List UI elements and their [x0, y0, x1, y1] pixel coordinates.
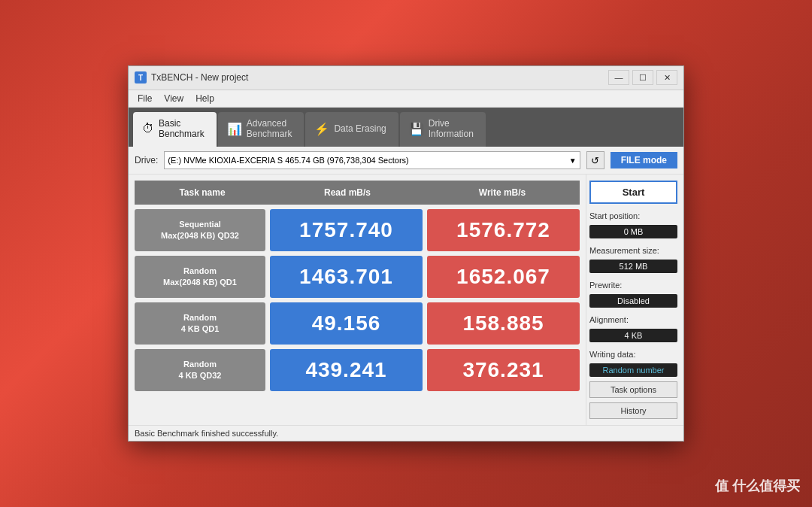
basic-benchmark-icon: ⏱ [142, 122, 154, 135]
benchmark-content: Task name Read mB/s Write mB/s Sequentia… [129, 175, 586, 425]
right-panel: Start Start position: 0 MB Measurement s… [586, 175, 683, 425]
tab-drive-label-line1: Drive [429, 118, 474, 129]
status-text: Basic Benchmark finished successfully. [135, 429, 278, 438]
writing-data-label: Writing data: [589, 350, 677, 359]
tab-advanced-label-line1: Advanced [247, 118, 292, 129]
random-4kb-qd32-read-value: 439.241 [270, 349, 423, 391]
statusbar: Basic Benchmark finished successfully. [129, 425, 683, 441]
task-random-4kb-qd32-label: Random4 KB QD32 [135, 349, 265, 391]
drive-selected-value: (E:) NVMe KIOXIA-EXCERIA S 465.74 GB (97… [168, 156, 408, 165]
tab-basic-label-line1: Basic [159, 118, 205, 129]
measurement-size-value: 512 MB [589, 260, 677, 273]
writing-data-value: Random number [589, 363, 677, 377]
drivebar: Drive: (E:) NVMe KIOXIA-EXCERIA S 465.74… [129, 147, 683, 175]
tab-erasing-label: Data Erasing [334, 123, 386, 134]
task-options-button[interactable]: Task options [589, 381, 677, 398]
menu-view[interactable]: View [158, 92, 189, 105]
window-controls: — ☐ ✕ [608, 70, 677, 85]
header-read: Read mB/s [270, 187, 425, 198]
refresh-icon: ↺ [591, 155, 599, 166]
file-mode-button[interactable]: FILE mode [611, 152, 677, 168]
titlebar: T TxBENCH - New project — ☐ ✕ [129, 66, 683, 90]
tab-basic-label-line2: Benchmark [159, 129, 205, 139]
start-position-label: Start position: [589, 211, 677, 220]
start-position-value: 0 MB [589, 225, 677, 238]
app-window: T TxBENCH - New project — ☐ ✕ File View … [128, 65, 684, 442]
table-row: RandomMax(2048 KB) QD1 1463.701 1652.067 [135, 256, 580, 298]
random-4kb-qd1-read-value: 49.156 [270, 302, 423, 345]
header-write: Write mB/s [425, 187, 580, 198]
tab-advanced-benchmark[interactable]: 📊 Advanced Benchmark [218, 112, 304, 147]
random-4kb-qd1-write-value: 158.885 [427, 302, 580, 345]
task-random-2048-label: RandomMax(2048 KB) QD1 [135, 256, 265, 298]
table-row: Random4 KB QD32 439.241 376.231 [135, 349, 580, 391]
close-button[interactable]: ✕ [656, 70, 677, 85]
menu-help[interactable]: Help [189, 92, 220, 105]
random-4kb-qd32-write-value: 376.231 [427, 349, 580, 391]
menubar: File View Help [129, 90, 683, 108]
table-header: Task name Read mB/s Write mB/s [135, 181, 580, 205]
refresh-button[interactable]: ↺ [586, 151, 604, 169]
tab-advanced-label-line2: Benchmark [247, 129, 292, 139]
random-2048-write-value: 1652.067 [427, 256, 580, 298]
sequential-read-value: 1757.740 [270, 209, 423, 251]
window-title: TxBENCH - New project [151, 72, 608, 83]
app-icon: T [135, 71, 147, 83]
alignment-value: 4 KB [589, 329, 677, 342]
minimize-button[interactable]: — [608, 70, 629, 85]
alignment-label: Alignment: [589, 315, 677, 324]
toolbar: ⏱ Basic Benchmark 📊 Advanced Benchmark ⚡… [129, 108, 683, 147]
main-content: Task name Read mB/s Write mB/s Sequentia… [129, 175, 683, 425]
data-erasing-icon: ⚡ [314, 122, 329, 136]
advanced-benchmark-icon: 📊 [227, 122, 242, 136]
task-random-4kb-qd1-label: Random4 KB QD1 [135, 302, 265, 345]
drive-dropdown[interactable]: (E:) NVMe KIOXIA-EXCERIA S 465.74 GB (97… [164, 151, 580, 169]
prewrite-label: Prewrite: [589, 281, 677, 290]
drive-info-icon: 💾 [409, 122, 424, 136]
table-row: SequentialMax(2048 KB) QD32 1757.740 157… [135, 209, 580, 251]
tab-drive-information[interactable]: 💾 Drive Information [400, 112, 486, 147]
maximize-button[interactable]: ☐ [632, 70, 653, 85]
watermark: 值 什么值得买 [715, 477, 800, 495]
header-task-name: Task name [135, 187, 270, 198]
menu-file[interactable]: File [132, 92, 158, 105]
drive-label: Drive: [135, 155, 158, 165]
measurement-size-label: Measurement size: [589, 246, 677, 255]
random-2048-read-value: 1463.701 [270, 256, 423, 298]
prewrite-value: Disabled [589, 294, 677, 308]
start-button[interactable]: Start [589, 181, 677, 204]
table-row: Random4 KB QD1 49.156 158.885 [135, 302, 580, 345]
tab-basic-benchmark[interactable]: ⏱ Basic Benchmark [133, 112, 217, 147]
history-button[interactable]: History [589, 402, 677, 419]
tab-data-erasing[interactable]: ⚡ Data Erasing [305, 112, 398, 147]
sequential-write-value: 1576.772 [427, 209, 580, 251]
task-sequential-label: SequentialMax(2048 KB) QD32 [135, 209, 265, 251]
dropdown-arrow-icon: ▼ [569, 156, 577, 165]
tab-drive-label-line2: Information [429, 129, 474, 139]
